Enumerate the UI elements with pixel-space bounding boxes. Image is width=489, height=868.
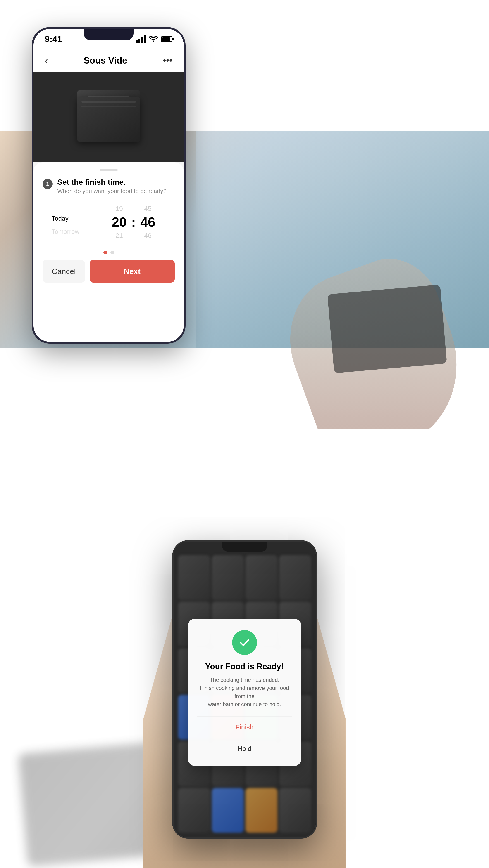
- more-button[interactable]: •••: [163, 55, 172, 66]
- cancel-button[interactable]: Cancel: [42, 260, 85, 283]
- time-picker[interactable]: Today Tomorrow 19 20 21: [42, 199, 175, 245]
- success-icon-circle: [232, 630, 257, 655]
- day-column: Today Tomorrow: [52, 207, 102, 237]
- minute-active: 46: [140, 214, 155, 230]
- section-2: Your Food is Ready! The cooking time has…: [0, 430, 489, 868]
- step-number: 1: [42, 179, 53, 189]
- phone-screen-2: Your Food is Ready! The cooking time has…: [174, 541, 316, 837]
- checkmark-icon: [238, 636, 251, 649]
- hour-next: 21: [115, 232, 123, 239]
- minute-next: 46: [144, 232, 152, 239]
- bottom-sheet: 1 Set the finish time. When do you want …: [33, 162, 184, 342]
- sheet-handle: [99, 169, 118, 171]
- day-item-next: Tomorrow: [52, 226, 80, 237]
- step-title: Set the finish time.: [57, 178, 167, 186]
- page-title: Sous Vide: [84, 55, 127, 66]
- phone-frame-1: 9:41 ‹: [32, 27, 185, 344]
- divider-1: [197, 716, 292, 717]
- back-button[interactable]: ‹: [45, 55, 48, 66]
- hour-active: 20: [112, 214, 127, 230]
- hour-column: 19 20 21: [112, 205, 127, 239]
- time-separator: :: [131, 214, 136, 230]
- minute-prev: 45: [144, 205, 152, 213]
- dot-1: [104, 251, 107, 254]
- step-text-wrap: Set the finish time. When do you want yo…: [57, 178, 167, 195]
- modal-desc-line1: The cooking time has ended.: [209, 677, 279, 683]
- day-item-active: Today: [52, 213, 68, 224]
- hour-prev: 19: [115, 205, 123, 213]
- step-subtitle: When do you want your food to be ready?: [57, 188, 167, 195]
- device-body: [77, 97, 140, 142]
- battery-icon: [161, 36, 172, 42]
- wifi-icon: [149, 36, 158, 42]
- notification-modal: Your Food is Ready! The cooking time has…: [188, 619, 301, 766]
- modal-desc-line2: Finish cooking and remove your food from…: [200, 685, 289, 699]
- nav-bar: ‹ Sous Vide •••: [33, 49, 184, 72]
- notch-2: [222, 541, 267, 552]
- modal-desc-line3: water bath or continue to hold.: [208, 701, 281, 707]
- status-bar: 9:41: [33, 29, 184, 49]
- status-icons: [136, 35, 172, 43]
- finish-button[interactable]: Finish: [197, 719, 292, 736]
- picker-wrapper: Today Tomorrow 19 20 21: [42, 203, 175, 242]
- dot-2: [110, 251, 114, 254]
- status-time: 9:41: [45, 34, 62, 44]
- product-area: [33, 72, 184, 162]
- section-1: 9:41 ‹: [0, 0, 489, 430]
- time-display: 19 20 21 : 45 46 46: [102, 205, 166, 239]
- hand-container: Your Food is Ready! The cooking time has…: [172, 540, 317, 839]
- notch-1: [84, 29, 134, 40]
- action-buttons: Cancel Next: [42, 260, 175, 283]
- modal-description: The cooking time has ended. Finish cooki…: [197, 676, 292, 708]
- phone-screen-1: 9:41 ‹: [33, 29, 184, 342]
- pagination-dots: [42, 251, 175, 254]
- hold-button[interactable]: Hold: [197, 740, 292, 757]
- phone-frame-2: Your Food is Ready! The cooking time has…: [172, 540, 317, 839]
- device-bg-blur: [327, 285, 447, 373]
- next-button[interactable]: Next: [90, 260, 175, 283]
- signal-icon: [136, 35, 146, 43]
- step-indicator: 1 Set the finish time. When do you want …: [42, 178, 175, 195]
- modal-title: Your Food is Ready!: [197, 662, 292, 671]
- minute-column: 45 46 46: [140, 205, 155, 239]
- product-image: [73, 88, 145, 147]
